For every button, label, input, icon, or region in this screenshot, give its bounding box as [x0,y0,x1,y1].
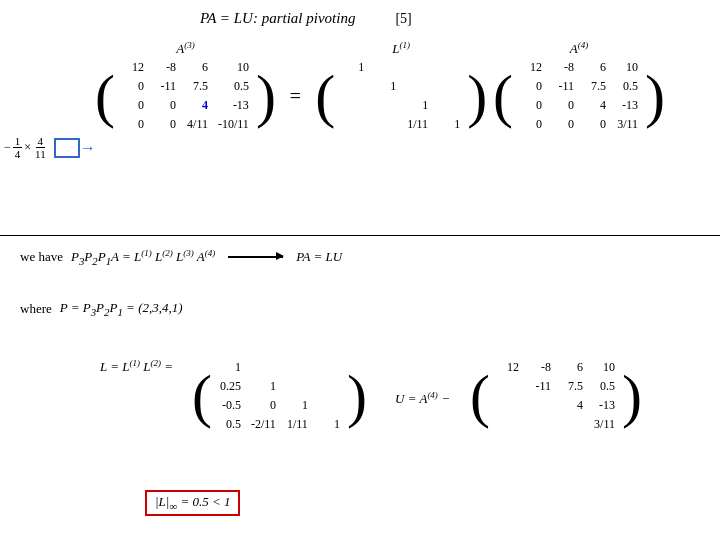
cell [556,415,588,434]
cell [369,115,401,134]
arrow-head [276,252,284,260]
U-label-area: U = A(4) − [395,390,450,407]
matrix-L1: ( 1 1 1 1/111 ) [315,58,487,134]
title-ref: [5] [395,11,411,27]
cell [313,377,345,396]
pa-lu-result: PA = LU [296,249,342,265]
cell [246,358,281,377]
cell: 4/11 [181,115,213,134]
cell: 0 [547,115,579,134]
times-sign: × [24,140,31,155]
cell [492,377,524,396]
L-label-text: L = L(1) L(2) = [100,358,173,375]
cell [401,77,433,96]
cell: 0 [149,115,181,134]
cell: -11 [149,77,181,96]
bracket-left: ( [493,66,513,126]
cell [337,96,369,115]
left-fraction-area: − 1 4 × 4 11 → [4,135,80,160]
neg-sign: − [4,140,11,155]
cell: 1/11 [401,115,433,134]
cell [433,77,465,96]
cell: 1/11 [281,415,313,434]
cell [401,58,433,77]
matrix-L1-container: L(1) ( 1 1 1 1/111 ) [315,58,487,134]
where-section: where P = P3P2P1 = (2,3,4,1) [20,300,183,318]
matrix-A4-container: A(4) ( 12-8610 0-117.50.5 004-13 0003/11… [493,58,665,134]
cell [433,96,465,115]
matrix-A3-label: A(3) [176,40,194,57]
fraction-1: 1 4 [13,135,23,160]
cell: -11 [524,377,556,396]
bottom-L-matrix: ( 1 0.251 -0.501 0.5-2/111/111 ) [192,358,367,434]
norm-text: |L|∞ = 0.5 < 1 [155,494,230,509]
frac-num: 1 [13,135,23,148]
cell: 3/11 [588,415,620,434]
cell: 12 [117,58,149,77]
cell: -13 [588,396,620,415]
cell: -10/11 [213,115,254,134]
fraction-2: 4 11 [33,135,48,160]
bottom-U-wrapper: ( 12-8610 -117.50.5 4-13 3/11 ) [470,358,642,434]
bracket-left: ( [95,66,115,126]
cell: 0 [515,115,547,134]
cell: 0.5 [213,77,254,96]
cell: 0 [117,77,149,96]
matrix-L1-table: 1 1 1 1/111 [337,58,465,134]
cell: 7.5 [181,77,213,96]
cell: 0.5 [588,377,620,396]
cell: 0.5 [214,415,246,434]
bracket-left: ( [192,366,212,426]
cell: 0 [547,96,579,115]
cell: 0 [515,96,547,115]
cell: -13 [213,96,254,115]
cell: 0.25 [214,377,246,396]
equals-sign: = [290,85,301,108]
frac-den: 4 [13,148,23,160]
bottom-L-wrapper: ( 1 0.251 -0.501 0.5-2/111/111 ) [192,358,367,434]
cell [337,77,369,96]
matrix-A4: ( 12-8610 0-117.50.5 004-13 0003/11 ) [493,58,665,134]
bracket-right: ) [467,66,487,126]
bracket-right: ) [645,66,665,126]
cell [369,96,401,115]
cell [281,358,313,377]
cell [313,358,345,377]
cell: 0 [246,396,281,415]
cell [337,115,369,134]
cell-highlight: 4 [181,96,213,115]
cell: 1 [337,58,369,77]
bracket-left: ( [315,66,335,126]
cell: 0 [579,115,611,134]
bottom-U-matrix: ( 12-8610 -117.50.5 4-13 3/11 ) [470,358,642,434]
cell: 0.5 [611,77,643,96]
norm-box: |L|∞ = 0.5 < 1 [145,490,240,516]
title-text: PA = LU: partial pivoting [200,10,355,27]
where-equation: P = P3P2P1 = (2,3,4,1) [60,300,183,318]
bracket-right: ) [622,366,642,426]
cell: 0 [149,96,181,115]
frac-num2: 4 [36,135,46,148]
bottom-L-table: 1 0.251 -0.501 0.5-2/111/111 [214,358,345,434]
cell: -13 [611,96,643,115]
cell: 12 [492,358,524,377]
title-area: PA = LU: partial pivoting [5] [200,10,412,27]
cell [492,415,524,434]
divider-line [0,235,720,236]
cell: 0 [515,77,547,96]
cell: 1 [401,96,433,115]
cell: 12 [515,58,547,77]
cell [492,396,524,415]
long-arrow-shape [228,256,283,258]
bracket-left: ( [470,366,490,426]
blue-arrow: → [80,139,96,157]
cell: 7.5 [556,377,588,396]
cell: 1 [433,115,465,134]
cell: 1 [214,358,246,377]
matrix-A3: ( 12-8610 0-117.50.5 004-13 004/11-10/11… [95,58,276,134]
cell: 0 [117,115,149,134]
matrix-A4-label: A(4) [570,40,588,57]
cell: 4 [556,396,588,415]
matrix-A3-table: 12-8610 0-117.50.5 004-13 004/11-10/11 [117,58,254,134]
matrix-L1-label: L(1) [392,40,410,57]
